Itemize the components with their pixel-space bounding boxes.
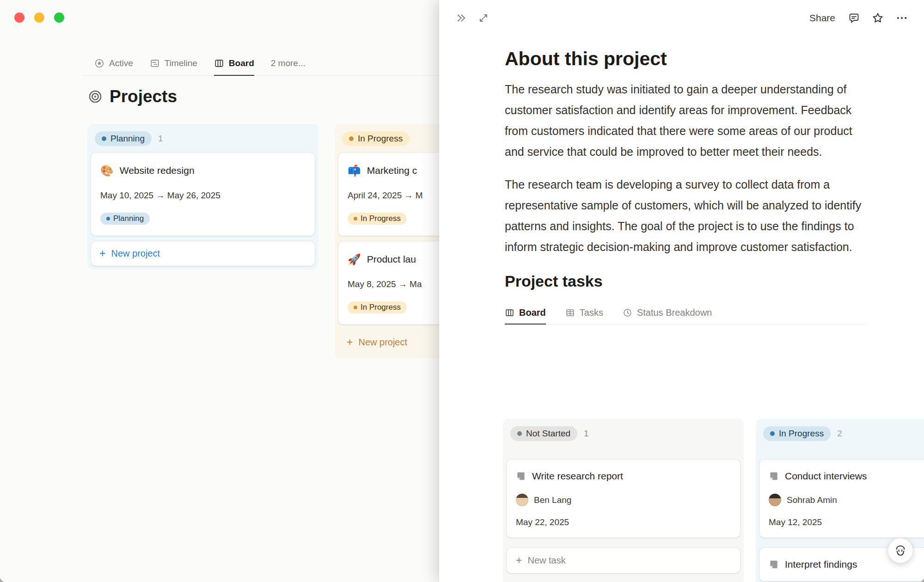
table-icon — [565, 308, 575, 318]
assignee-row: Ben Lang — [516, 494, 731, 506]
card-status-tag: In Progress — [348, 301, 407, 313]
zoom-window-button[interactable] — [54, 12, 64, 23]
tab-timeline-view[interactable]: Timeline — [150, 52, 197, 76]
notion-ai-face-icon — [893, 544, 907, 557]
status-badge-not-started[interactable]: Not Started — [510, 426, 577, 441]
tab-label: 2 more... — [271, 58, 306, 68]
page-header: Projects — [88, 87, 177, 106]
card-title: Marketing c — [367, 164, 417, 178]
tab-label: Timeline — [165, 58, 197, 68]
tasks-board: Not Started 1 Write research report Ben … — [503, 419, 924, 582]
plus-icon: + — [516, 555, 522, 566]
column-count: 1 — [584, 429, 589, 439]
status-dot — [354, 306, 357, 309]
timeline-icon — [150, 58, 160, 68]
avatar — [769, 494, 781, 506]
tab-board-view[interactable]: Board — [214, 52, 254, 76]
new-project-label: New project — [358, 337, 407, 348]
traffic-lights — [14, 12, 64, 23]
note-icon — [769, 559, 779, 570]
status-label: Not Started — [526, 429, 570, 439]
tab-status-breakdown-view[interactable]: Status Breakdown — [623, 301, 712, 325]
side-peek-toolbar: Share — [439, 0, 924, 36]
favorite-star-icon[interactable] — [869, 10, 887, 26]
card-title: Product lau — [367, 252, 416, 266]
new-task-button[interactable]: + New task — [507, 548, 740, 573]
card-title-row: Write research report — [516, 470, 731, 483]
plus-icon: + — [99, 248, 105, 259]
card-title: Write research report — [532, 470, 623, 483]
column-count: 2 — [837, 429, 842, 439]
rocket-emoji-icon: 🚀 — [348, 254, 361, 265]
new-project-label: New project — [111, 248, 160, 259]
star-circle-icon — [94, 58, 104, 68]
status-dot — [102, 136, 106, 141]
tab-label: Board — [519, 307, 546, 318]
plus-icon: + — [347, 337, 353, 348]
tab-tasks-view[interactable]: Tasks — [565, 301, 603, 325]
status-label: In Progress — [361, 303, 401, 312]
tab-label: Status Breakdown — [637, 307, 712, 318]
note-icon — [516, 471, 526, 481]
card-title-row: 🎨 Website redesign — [100, 164, 306, 178]
status-badge-in-progress[interactable]: In Progress — [763, 426, 831, 441]
board-column-planning: Planning 1 🎨 Website redesign May 10, 20… — [87, 124, 318, 270]
column-header: Planning 1 — [95, 131, 311, 146]
minimize-window-button[interactable] — [34, 12, 44, 23]
column-header: In Progress 2 — [763, 426, 924, 441]
clock-icon — [623, 308, 632, 318]
status-label: Planning — [113, 214, 144, 223]
side-peek-content: About this project The research study wa… — [505, 36, 866, 325]
status-dot — [517, 431, 522, 436]
assignee-row: Sohrab Amin — [769, 494, 924, 506]
status-badge-planning[interactable]: Planning — [95, 131, 152, 146]
expand-diagonal-icon[interactable] — [474, 10, 493, 26]
side-peek-panel: Share About this project The research st… — [439, 0, 924, 582]
page-title: Projects — [110, 87, 177, 106]
column-count: 1 — [158, 134, 163, 144]
share-button[interactable]: Share — [806, 11, 839, 25]
comment-icon[interactable] — [844, 10, 863, 26]
palette-emoji-icon: 🎨 — [100, 165, 114, 176]
avatar — [516, 494, 528, 506]
paragraph: The research study was initiated to gain… — [505, 79, 866, 162]
column-header: Not Started 1 — [510, 426, 736, 441]
board-columns-icon — [505, 308, 514, 318]
target-icon — [88, 89, 103, 104]
card-status-tag: In Progress — [348, 213, 407, 225]
view-tabs: Active Timeline Board 2 more... — [82, 52, 439, 76]
card-title: Conduct interviews — [785, 470, 867, 483]
new-project-button[interactable]: + New project — [91, 241, 315, 266]
toolbar-left-group — [452, 10, 493, 26]
assignee-name: Ben Lang — [534, 495, 571, 505]
project-card-website-redesign[interactable]: 🎨 Website redesign May 10, 2025 → May 26… — [91, 153, 315, 236]
ellipsis-icon[interactable] — [893, 10, 911, 26]
task-card-write-research-report[interactable]: Write research report Ben Lang May 22, 2… — [507, 459, 740, 538]
notion-window: Active Timeline Board 2 more... Projects — [0, 0, 924, 582]
tab-board-view[interactable]: Board — [505, 301, 546, 325]
status-dot — [349, 136, 354, 141]
tab-label: Active — [109, 58, 133, 68]
card-status-tag: Planning — [100, 213, 150, 225]
peek-page-title: About this project — [505, 48, 866, 70]
new-task-label: New task — [527, 555, 565, 566]
tab-active-view[interactable]: Active — [94, 52, 133, 76]
tab-label: Tasks — [580, 307, 603, 318]
notion-ai-button[interactable] — [888, 538, 913, 563]
status-dot — [770, 431, 775, 436]
tab-more-views[interactable]: 2 more... — [271, 52, 306, 76]
status-badge-in-progress[interactable]: In Progress — [342, 131, 410, 146]
board-columns-icon — [214, 58, 224, 68]
status-label: In Progress — [779, 429, 824, 439]
status-label: In Progress — [361, 214, 401, 223]
note-icon — [769, 471, 779, 481]
toolbar-right-group: Share — [806, 10, 911, 26]
status-dot — [354, 217, 357, 221]
task-column-not-started: Not Started 1 Write research report Ben … — [503, 419, 744, 582]
status-dot — [106, 217, 110, 221]
close-window-button[interactable] — [14, 12, 24, 23]
double-chevron-right-icon[interactable] — [452, 10, 471, 26]
task-card-conduct-interviews[interactable]: Conduct interviews Sohrab Amin May 12, 2… — [759, 459, 924, 538]
status-label: Planning — [110, 134, 145, 144]
task-due-date: May 22, 2025 — [516, 517, 731, 527]
